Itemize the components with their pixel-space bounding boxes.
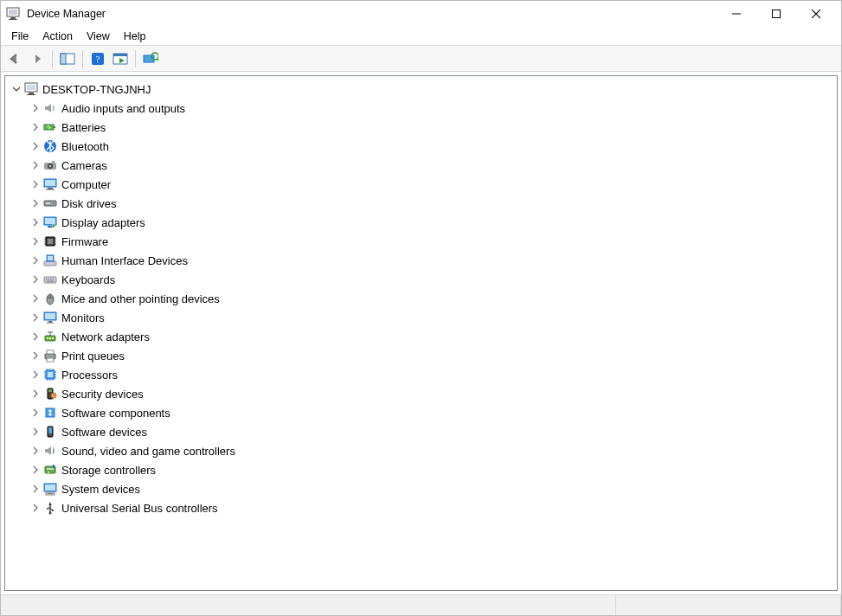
maximize-button[interactable] bbox=[756, 1, 796, 27]
tree-category-label: Universal Serial Bus controllers bbox=[61, 502, 218, 515]
tree-category-label: Mice and other pointing devices bbox=[61, 292, 220, 305]
svg-rect-87 bbox=[48, 389, 52, 392]
toolbar-forward-button[interactable] bbox=[27, 48, 48, 69]
toolbar-action-button[interactable] bbox=[110, 48, 131, 69]
svg-point-101 bbox=[49, 512, 52, 515]
speaker-icon bbox=[43, 101, 57, 115]
tree-category-node[interactable]: Storage controllers bbox=[26, 460, 835, 479]
tree-category-node[interactable]: Mice and other pointing devices bbox=[26, 289, 835, 308]
toolbar-separator bbox=[82, 50, 83, 67]
tree-category-node[interactable]: Display adapters bbox=[26, 213, 835, 232]
expander-closed-icon[interactable] bbox=[29, 159, 42, 171]
expander-closed-icon[interactable] bbox=[29, 235, 42, 247]
expander-closed-icon[interactable] bbox=[29, 178, 42, 190]
expander-closed-icon[interactable] bbox=[29, 197, 42, 209]
window-title: Device Manager bbox=[27, 8, 717, 20]
expander-closed-icon[interactable] bbox=[29, 502, 42, 514]
expander-closed-icon[interactable] bbox=[29, 311, 42, 324]
menu-file[interactable]: File bbox=[4, 29, 35, 44]
action-icon bbox=[112, 52, 128, 66]
tree-category-node[interactable]: Disk drives bbox=[26, 194, 835, 213]
expander-closed-icon[interactable] bbox=[29, 407, 42, 419]
menu-view[interactable]: View bbox=[80, 29, 117, 44]
svg-rect-28 bbox=[52, 161, 55, 163]
tree-category-label: Human Interface Devices bbox=[61, 254, 188, 267]
tree-category-label: Firmware bbox=[61, 235, 108, 248]
menu-help[interactable]: Help bbox=[117, 29, 153, 44]
expander-closed-icon[interactable] bbox=[29, 292, 42, 305]
expander-open-icon[interactable] bbox=[10, 83, 22, 95]
tree-category-node[interactable]: Cameras bbox=[26, 156, 835, 175]
expander-closed-icon[interactable] bbox=[29, 330, 42, 343]
svg-rect-41 bbox=[48, 239, 53, 244]
expander-closed-icon[interactable] bbox=[29, 369, 42, 381]
expander-closed-icon[interactable] bbox=[29, 445, 42, 457]
tree-category-node[interactable]: Universal Serial Bus controllers bbox=[26, 498, 835, 517]
expander-closed-icon[interactable] bbox=[29, 388, 42, 400]
expander-closed-icon[interactable] bbox=[29, 273, 42, 286]
close-button[interactable] bbox=[796, 1, 836, 27]
expander-closed-icon[interactable] bbox=[29, 350, 42, 362]
toolbar-help-button[interactable]: ? bbox=[87, 48, 108, 69]
expander-closed-icon[interactable] bbox=[29, 216, 42, 228]
tree-category-node[interactable]: Audio inputs and outputs bbox=[26, 99, 835, 118]
tree-category-node[interactable]: Security devices bbox=[26, 384, 835, 403]
tree-category-node[interactable]: Print queues bbox=[26, 346, 835, 365]
tree-category-node[interactable]: Batteries bbox=[26, 118, 835, 137]
mouse-icon bbox=[43, 292, 57, 305]
svg-rect-66 bbox=[49, 337, 51, 339]
computer-root-icon bbox=[24, 82, 38, 96]
camera-icon bbox=[43, 158, 57, 172]
tree-category-node[interactable]: Software devices bbox=[26, 422, 835, 441]
tree-category-node[interactable]: Computer bbox=[26, 175, 835, 194]
tree-category-node[interactable]: Firmware bbox=[26, 232, 835, 251]
tree-category-node[interactable]: Software components bbox=[26, 403, 835, 422]
tree-root-label: DESKTOP-TNGJNHJ bbox=[42, 83, 151, 96]
tree-category-node[interactable]: Sound, video and game controllers bbox=[26, 441, 835, 460]
expander-closed-icon[interactable] bbox=[29, 140, 42, 152]
svg-rect-73 bbox=[48, 372, 53, 377]
svg-text:?: ? bbox=[96, 54, 100, 64]
sound-icon bbox=[43, 444, 57, 458]
printer-icon bbox=[43, 349, 57, 363]
expander-closed-icon[interactable] bbox=[29, 121, 42, 133]
tree-root-node[interactable]: DESKTOP-TNGJNHJ bbox=[7, 80, 835, 99]
tree-category-node[interactable]: Monitors bbox=[26, 308, 835, 327]
svg-rect-2 bbox=[10, 17, 16, 19]
svg-rect-3 bbox=[9, 19, 17, 20]
menu-action[interactable]: Action bbox=[35, 29, 80, 44]
console-tree-icon bbox=[60, 52, 75, 66]
svg-rect-48 bbox=[44, 261, 56, 266]
tree-category-label: Monitors bbox=[61, 311, 105, 324]
svg-point-102 bbox=[47, 508, 48, 510]
monitor-icon bbox=[43, 311, 57, 324]
svg-rect-70 bbox=[47, 358, 54, 362]
tree-category-label: Software components bbox=[61, 407, 170, 420]
tree-category-label: Software devices bbox=[61, 426, 147, 439]
device-tree[interactable]: DESKTOP-TNGJNHJ Audio inputs and outputs… bbox=[4, 75, 838, 591]
tree-category-label: Cameras bbox=[61, 159, 107, 172]
tree-category-node[interactable]: Keyboards bbox=[26, 270, 835, 289]
usb-icon bbox=[43, 501, 57, 515]
expander-closed-icon[interactable] bbox=[29, 426, 42, 438]
expander-closed-icon[interactable] bbox=[29, 483, 42, 495]
expander-closed-icon[interactable] bbox=[29, 464, 42, 476]
tree-category-node[interactable]: Human Interface Devices bbox=[26, 251, 835, 270]
toolbar-scan-button[interactable] bbox=[140, 48, 161, 69]
tree-category-label: Computer bbox=[61, 178, 111, 191]
expander-closed-icon[interactable] bbox=[29, 102, 42, 114]
toolbar-console-tree-button[interactable] bbox=[57, 48, 78, 69]
system-device-icon bbox=[43, 482, 57, 496]
svg-rect-95 bbox=[47, 468, 54, 470]
toolbar-back-button[interactable] bbox=[4, 48, 25, 69]
expander-closed-icon[interactable] bbox=[29, 254, 42, 266]
window-controls bbox=[717, 1, 836, 27]
tree-category-node[interactable]: System devices bbox=[26, 479, 835, 498]
tree-category-node[interactable]: Bluetooth bbox=[26, 137, 835, 156]
tree-category-node[interactable]: Processors bbox=[26, 365, 835, 384]
svg-point-27 bbox=[49, 165, 52, 168]
toolbar: ? bbox=[1, 46, 841, 72]
minimize-button[interactable] bbox=[717, 1, 756, 27]
tree-category-node[interactable]: Network adapters bbox=[26, 327, 835, 346]
software-component-icon bbox=[43, 406, 57, 420]
